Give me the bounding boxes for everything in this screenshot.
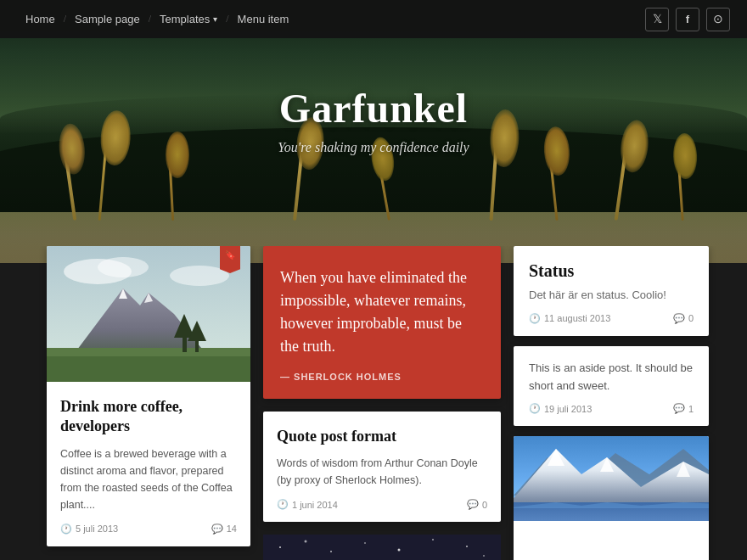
svg-point-21: [483, 555, 485, 557]
clock-icon-2: 🕐: [277, 499, 289, 510]
col-left: 🔖 Drink more coffee, developers Coffee i…: [47, 246, 250, 546]
card-aside-comment-count: 1: [688, 404, 694, 414]
svg-point-14: [279, 546, 281, 548]
hero-title: Garfunkel: [0, 85, 747, 132]
svg-point-17: [364, 542, 366, 544]
twitter-icon[interactable]: 𝕏: [645, 8, 669, 31]
dark-preview: [263, 535, 501, 560]
card-quote-post-comment-count: 0: [482, 500, 487, 510]
bookmark-icon: 🔖: [220, 246, 240, 273]
hero-text: Garfunkel You're shaking my confidence d…: [0, 85, 747, 155]
card-aside: This is an aside post. It should be shor…: [514, 346, 709, 427]
card-article-content: Drink more coffee, developers Coffee is …: [47, 382, 250, 546]
card-status-date-text: 11 augusti 2013: [544, 313, 610, 323]
card-aside-meta: 🕐 19 juli 2013 💬 1: [529, 403, 694, 414]
nav-templates-dropdown[interactable]: Templates ▾: [151, 13, 226, 25]
card-status-date: 🕐 11 augusti 2013: [529, 313, 610, 324]
clock-icon-4: 🕐: [529, 403, 541, 414]
clock-icon-3: 🕐: [529, 313, 541, 324]
card-image-container: 🔖: [47, 246, 250, 382]
card-article-date-text: 5 juli 2013: [76, 524, 118, 534]
quote-author: — SHERLOCK HOLMES: [280, 372, 484, 382]
svg-point-15: [305, 540, 307, 543]
cards-area: 🔖 Drink more coffee, developers Coffee i…: [0, 246, 747, 560]
card-mountain-image: [514, 436, 709, 560]
card-article-meta: 🕐 5 juli 2013 💬 14: [60, 524, 237, 535]
card-status-meta: 🕐 11 augusti 2013 💬 0: [529, 313, 694, 324]
comment-icon-4: 💬: [673, 403, 685, 414]
card-quote-post-content: Quote post format Words of wisdom from A…: [263, 412, 501, 522]
card-aside-date-text: 19 juli 2013: [544, 404, 592, 414]
col-middle: When you have eliminated the impossible,…: [263, 246, 501, 560]
card-quote-post-text: Words of wisdom from Arthur Conan Doyle …: [277, 455, 487, 489]
comment-icon-3: 💬: [673, 313, 685, 324]
mountain-image-container: [514, 436, 709, 560]
svg-point-2: [98, 257, 149, 277]
col-right: Status Det här är en status. Coolio! 🕐 1…: [514, 246, 709, 560]
svg-rect-13: [263, 535, 501, 560]
svg-point-18: [398, 549, 401, 552]
card-quote-post-comments: 💬 0: [467, 499, 487, 510]
card-quote-post-date-text: 1 juni 2014: [292, 500, 338, 510]
nav-home[interactable]: Home: [17, 13, 64, 25]
card-aside-date: 🕐 19 juli 2013: [529, 403, 592, 414]
svg-rect-8: [47, 356, 250, 382]
svg-point-16: [330, 551, 332, 552]
card-article-title: Drink more coffee, developers: [60, 397, 237, 437]
card-quote-post-title: Quote post format: [277, 427, 487, 446]
nav-templates-label: Templates: [160, 13, 210, 25]
card-quote-post: Quote post format Words of wisdom from A…: [263, 412, 501, 522]
card-article-date: 🕐 5 juli 2013: [60, 524, 118, 535]
hero-subtitle: You're shaking my confidence daily: [0, 140, 747, 155]
card-quote-post-meta: 🕐 1 juni 2014 💬 0: [277, 499, 487, 510]
quote-text: When you have eliminated the impossible,…: [280, 266, 484, 358]
card-status: Status Det här är en status. Coolio! 🕐 1…: [514, 246, 709, 336]
comment-icon: 💬: [211, 524, 223, 535]
card-aside-text: This is an aside post. It should be shor…: [529, 360, 694, 395]
social-icons: 𝕏 f ⊙: [645, 8, 730, 31]
navbar: Home / Sample page / Templates ▾ / Menu …: [0, 0, 747, 38]
comment-icon-2: 💬: [467, 499, 479, 510]
card-article-text: Coffee is a brewed beverage with a disti…: [60, 445, 237, 513]
card-status-text: Det här är en status. Coolio!: [529, 287, 694, 305]
card-article-comments: 💬 14: [211, 524, 237, 535]
card-quote-post-date: 🕐 1 juni 2014: [277, 499, 338, 510]
nav-links: Home / Sample page / Templates ▾ / Menu …: [17, 13, 645, 25]
clock-icon: 🕐: [60, 524, 72, 535]
card-article-comment-count: 14: [227, 524, 237, 534]
nav-sample-page[interactable]: Sample page: [66, 13, 149, 25]
facebook-icon[interactable]: f: [676, 8, 699, 31]
svg-point-19: [432, 539, 434, 540]
dropdown-arrow-icon: ▾: [213, 14, 217, 24]
card-aside-comments: 💬 1: [673, 403, 694, 414]
card-status-title: Status: [529, 260, 694, 282]
svg-point-20: [466, 546, 468, 547]
nav-menu-item[interactable]: Menu item: [229, 13, 298, 25]
card-article: 🔖 Drink more coffee, developers Coffee i…: [47, 246, 250, 546]
instagram-icon[interactable]: ⊙: [706, 8, 730, 31]
hero-section: Garfunkel You're shaking my confidence d…: [0, 0, 747, 263]
card-quote-block: When you have eliminated the impossible,…: [263, 246, 501, 399]
card-status-comment-count: 0: [688, 313, 694, 323]
card-status-comments: 💬 0: [673, 313, 694, 324]
